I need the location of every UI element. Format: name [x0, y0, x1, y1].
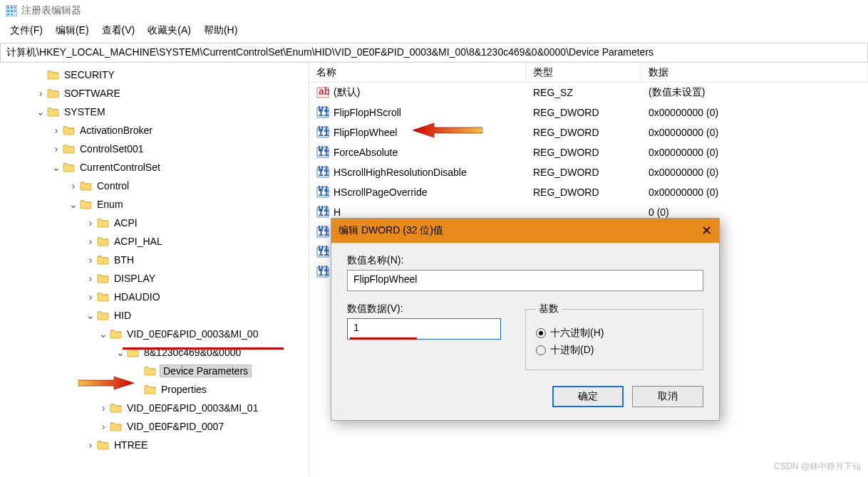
tree-item-label: Control — [95, 179, 130, 192]
tree-item-acpi-hal[interactable]: ›ACPI_HAL — [0, 232, 309, 251]
svg-text:110: 110 — [318, 167, 329, 178]
chevron-right-icon[interactable]: › — [50, 125, 63, 136]
address-bar[interactable]: 计算机\HKEY_LOCAL_MACHINE\SYSTEM\CurrentCon… — [0, 43, 868, 63]
menu-view[interactable]: 查看(V) — [102, 24, 135, 37]
reg-dword-icon: 011110 — [316, 166, 329, 179]
menu-file[interactable]: 文件(F) — [10, 24, 43, 37]
value-data: 0x00000000 (0) — [641, 125, 868, 140]
chevron-right-icon[interactable]: › — [97, 421, 110, 432]
radio-hex-label: 十六进制(H) — [550, 327, 604, 340]
value-row[interactable]: 011110ForceAbsoluteREG_DWORD0x00000000 (… — [309, 142, 868, 162]
tree-item-label: VID_0E0F&PID_0003&MI_00 — [125, 327, 259, 340]
value-type — [526, 211, 641, 214]
tree-item-acpi[interactable]: ›ACPI — [0, 214, 309, 232]
svg-text:110: 110 — [318, 246, 329, 258]
tree-item-control[interactable]: ›Control — [0, 177, 309, 195]
svg-rect-1 — [7, 6, 9, 9]
value-name-field[interactable]: FlipFlopWheel — [347, 270, 703, 291]
edit-dword-dialog: 编辑 DWORD (32 位)值 ✕ 数值名称(N): FlipFlopWhee… — [331, 218, 720, 421]
tree-item-device-parameters[interactable]: Device Parameters — [0, 362, 309, 380]
tree-item-currentcontrolset[interactable]: ⌄CurrentControlSet — [0, 158, 309, 177]
folder-icon — [97, 309, 110, 322]
value-name: HScrollPageOverride — [334, 187, 428, 198]
folder-icon — [127, 346, 140, 359]
folder-icon — [144, 365, 157, 377]
tree-item-activationbroker[interactable]: ›ActivationBroker — [0, 121, 309, 140]
menu-help[interactable]: 帮助(H) — [204, 24, 237, 37]
tree-item-enum[interactable]: ⌄Enum — [0, 195, 309, 214]
folder-icon — [97, 235, 110, 248]
tree-item-hid[interactable]: ⌄HID — [0, 306, 309, 325]
folder-icon — [47, 87, 60, 100]
folder-icon — [63, 161, 76, 174]
address-path[interactable]: 计算机\HKEY_LOCAL_MACHINE\SYSTEM\CurrentCon… — [1, 43, 867, 62]
title-bar: 注册表编辑器 — [0, 0, 868, 21]
value-row[interactable]: 011110HScrollHighResolutionDisableREG_DW… — [309, 162, 868, 182]
tree-pane[interactable]: SECURITY›SOFTWARE⌄SYSTEM›ActivationBroke… — [0, 63, 309, 476]
cancel-button[interactable]: 取消 — [632, 386, 703, 407]
value-data: 0x00000000 (0) — [641, 185, 868, 199]
chevron-down-icon[interactable]: ⌄ — [34, 106, 47, 117]
radio-unchecked-icon — [536, 345, 546, 355]
chevron-right-icon[interactable]: › — [50, 143, 63, 154]
radio-dec-row[interactable]: 十进制(D) — [536, 344, 693, 357]
folder-icon — [97, 290, 110, 303]
tree-item-system[interactable]: ⌄SYSTEM — [0, 103, 309, 121]
tree-item-display[interactable]: ›DISPLAY — [0, 269, 309, 288]
chevron-down-icon[interactable]: ⌄ — [50, 162, 63, 173]
close-icon[interactable]: ✕ — [701, 223, 712, 238]
col-type[interactable]: 类型 — [526, 63, 641, 82]
chevron-right-icon[interactable]: › — [84, 273, 97, 284]
tree-item-vid-0e0f-pid-0003-mi-00[interactable]: ⌄VID_0E0F&PID_0003&MI_00 — [0, 325, 309, 343]
value-data-label: 数值数据(V): — [347, 303, 501, 315]
tree-item-security[interactable]: SECURITY — [0, 65, 309, 84]
chevron-down-icon[interactable]: ⌄ — [114, 347, 127, 358]
col-data[interactable]: 数据 — [641, 63, 868, 82]
tree-item-label: 8&1230c469&0&0000 — [143, 346, 242, 359]
tree-item-label: SECURITY — [63, 68, 116, 81]
tree-item-vid-0e0f-pid-0007[interactable]: ›VID_0E0F&PID_0007 — [0, 417, 309, 436]
ok-button[interactable]: 确定 — [552, 386, 624, 407]
value-name: (默认) — [334, 86, 360, 99]
folder-icon — [80, 179, 93, 192]
chevron-down-icon[interactable]: ⌄ — [67, 199, 80, 210]
chevron-right-icon[interactable]: › — [84, 254, 97, 266]
tree-item-bth[interactable]: ›BTH — [0, 251, 309, 269]
tree-item-controlset001[interactable]: ›ControlSet001 — [0, 140, 309, 158]
tree-item-label: Enum — [95, 198, 125, 211]
col-name[interactable]: 名称 — [309, 63, 526, 82]
chevron-right-icon[interactable]: › — [97, 402, 110, 414]
chevron-right-icon[interactable]: › — [67, 180, 80, 192]
folder-icon — [47, 68, 60, 81]
chevron-right-icon[interactable]: › — [34, 88, 47, 99]
chevron-right-icon[interactable]: › — [84, 217, 97, 229]
tree[interactable]: SECURITY›SOFTWARE⌄SYSTEM›ActivationBroke… — [0, 65, 309, 454]
tree-item-software[interactable]: ›SOFTWARE — [0, 84, 309, 103]
menu-edit[interactable]: 编辑(E) — [56, 24, 89, 37]
reg-dword-icon: 011110 — [316, 206, 329, 219]
svg-text:110: 110 — [318, 127, 329, 138]
chevron-right-icon[interactable]: › — [84, 236, 97, 247]
tree-item-vid-0e0f-pid-0003-mi-01[interactable]: ›VID_0E0F&PID_0003&MI_01 — [0, 399, 309, 417]
tree-item-label: HID — [113, 309, 133, 322]
folder-icon — [110, 402, 123, 414]
chevron-down-icon[interactable]: ⌄ — [97, 328, 110, 340]
tree-item-properties[interactable]: Properties — [0, 380, 309, 399]
menu-fav[interactable]: 收藏夹(A) — [148, 24, 191, 37]
value-data-field[interactable]: 1 — [347, 318, 501, 340]
tree-item-label: SYSTEM — [63, 105, 107, 118]
tree-item-hdaudio[interactable]: ›HDAUDIO — [0, 288, 309, 306]
chevron-right-icon[interactable]: › — [84, 439, 97, 451]
tree-item-label: ActivationBroker — [78, 124, 154, 137]
tree-item-8-1230c469-0-0000[interactable]: ⌄8&1230c469&0&0000 — [0, 343, 309, 362]
chevron-down-icon[interactable]: ⌄ — [84, 310, 97, 321]
dialog-titlebar[interactable]: 编辑 DWORD (32 位)值 ✕ — [331, 219, 719, 243]
value-row[interactable]: ab(默认)REG_SZ(数值未设置) — [309, 83, 868, 103]
value-row[interactable]: 011110FlipFlopHScrollREG_DWORD0x00000000… — [309, 103, 868, 122]
tree-item-htree[interactable]: ›HTREE — [0, 436, 309, 454]
chevron-right-icon[interactable]: › — [84, 291, 97, 303]
value-row[interactable]: 011110FlipFlopWheelREG_DWORD0x00000000 (… — [309, 122, 868, 142]
radio-hex-row[interactable]: 十六进制(H) — [536, 327, 693, 340]
svg-rect-6 — [14, 10, 16, 12]
value-row[interactable]: 011110HScrollPageOverrideREG_DWORD0x0000… — [309, 182, 868, 202]
